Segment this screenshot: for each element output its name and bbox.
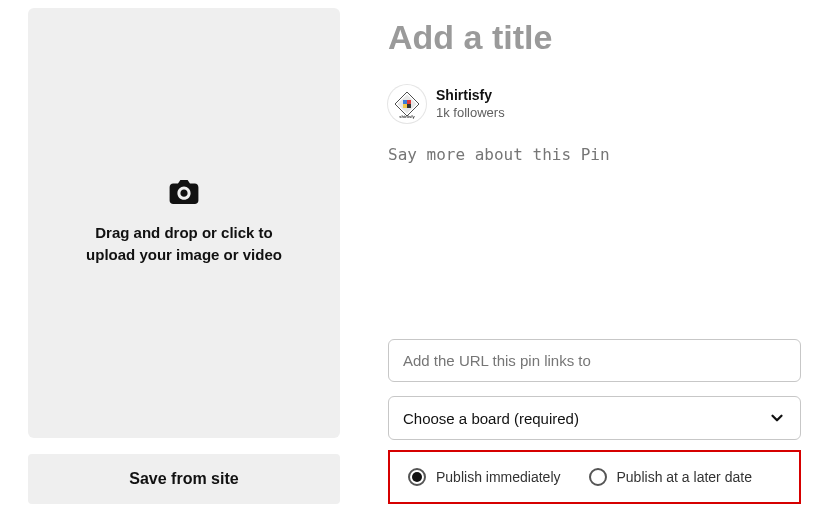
publish-later-radio[interactable]: Publish at a later date [589, 468, 752, 486]
publish-later-label: Publish at a later date [617, 469, 752, 485]
publish-immediately-label: Publish immediately [436, 469, 561, 485]
avatar[interactable]: shirtisfy [388, 85, 426, 123]
upload-line1: Drag and drop or click to [86, 222, 282, 244]
radio-icon [589, 468, 607, 486]
svg-rect-5 [403, 104, 407, 108]
publish-options-highlight: Publish immediately Publish at a later d… [388, 450, 801, 504]
board-select-label: Choose a board (required) [403, 410, 579, 427]
chevron-down-icon [768, 409, 786, 427]
author-row: shirtisfy Shirtisfy 1k followers [388, 85, 801, 123]
url-input[interactable] [388, 339, 801, 382]
upload-line2: upload your image or video [86, 244, 282, 266]
save-from-site-button[interactable]: Save from site [28, 454, 340, 504]
author-name: Shirtisfy [436, 87, 505, 105]
svg-rect-3 [403, 100, 407, 104]
description-input[interactable] [388, 145, 801, 183]
board-select[interactable]: Choose a board (required) [388, 396, 801, 440]
title-input[interactable] [388, 12, 801, 67]
author-followers: 1k followers [436, 105, 505, 121]
publish-immediately-radio[interactable]: Publish immediately [408, 468, 561, 486]
upload-instructions: Drag and drop or click to upload your im… [86, 222, 282, 266]
radio-icon [408, 468, 426, 486]
svg-text:shirtisfy: shirtisfy [399, 114, 415, 119]
upload-area[interactable]: Drag and drop or click to upload your im… [28, 8, 340, 438]
radio-dot-icon [412, 472, 422, 482]
svg-rect-4 [407, 100, 411, 104]
camera-icon [169, 180, 199, 204]
svg-rect-6 [407, 104, 411, 108]
avatar-logo-icon: shirtisfy [391, 88, 423, 120]
